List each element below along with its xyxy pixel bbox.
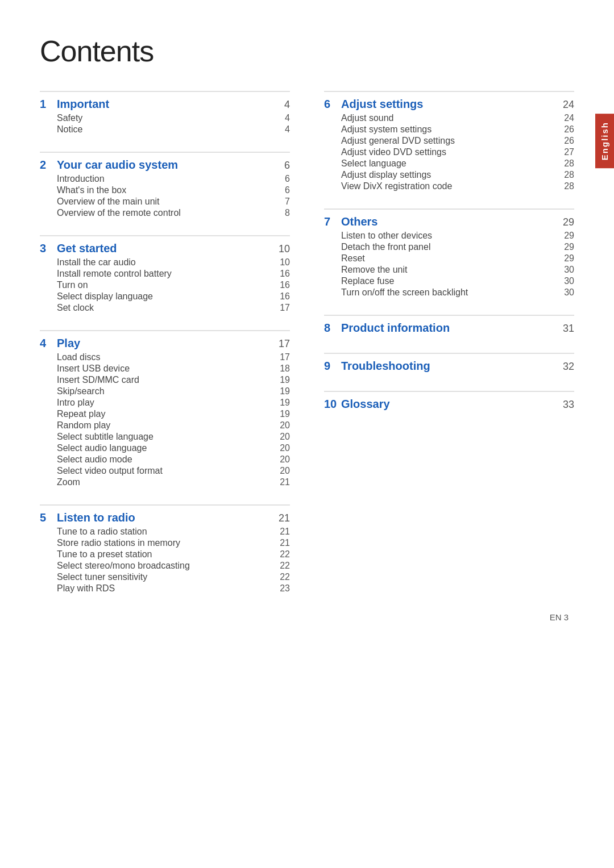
section-page: 32 <box>557 361 574 373</box>
subsection-row: Random play20 <box>40 420 290 431</box>
subsection-title: Set clock <box>57 303 273 313</box>
subsection-row: Notice4 <box>40 124 290 135</box>
section-header-9: 9 Troubleshooting32 <box>324 360 574 373</box>
section-number: 10 <box>324 398 341 411</box>
subsection-row: Overview of the main unit7 <box>40 197 290 207</box>
subsection-title: Select stereo/mono broadcasting <box>57 561 273 571</box>
subsection-title: Intro play <box>57 398 273 408</box>
subsection-title: Load discs <box>57 352 273 362</box>
subsection-title: Install the car audio <box>57 257 273 268</box>
subsection-row: Skip/search19 <box>40 386 290 397</box>
subsection-page: 20 <box>273 420 290 431</box>
subsection-title: Random play <box>57 420 273 431</box>
section-title: Get started <box>57 242 273 255</box>
subsection-row: Replace fuse30 <box>324 276 574 286</box>
footer: EN 3 <box>550 612 569 622</box>
section-number: 5 <box>40 511 57 524</box>
section-title: Your car audio system <box>57 158 273 172</box>
subsection-title: Reset <box>341 253 557 264</box>
subsection-title: Adjust sound <box>341 113 557 123</box>
subsection-row: Select language28 <box>324 158 574 169</box>
section-header-4: 4 Play17 <box>40 337 290 350</box>
subsection-title: Insert USB device <box>57 364 273 374</box>
section-title: Important <box>57 98 273 111</box>
subsection-page: 29 <box>557 231 574 241</box>
subsection-title: Adjust video DVD settings <box>341 147 557 157</box>
subsection-page: 4 <box>273 124 290 135</box>
subsection-row: Adjust display settings28 <box>324 170 574 180</box>
subsection-page: 20 <box>273 443 290 453</box>
subsection-page: 6 <box>273 185 290 195</box>
subsection-title: Adjust display settings <box>341 170 557 180</box>
section-number: 7 <box>324 215 341 228</box>
subsection-row: Select display language16 <box>40 291 290 302</box>
section-number: 9 <box>324 360 341 373</box>
section-header-10: 10 Glossary33 <box>324 398 574 411</box>
subsection-row: Adjust system settings26 <box>324 124 574 135</box>
section-header-1: 1 Important4 <box>40 98 290 111</box>
subsection-title: Remove the unit <box>341 265 557 275</box>
subsection-title: Select subtitle language <box>57 432 273 442</box>
subsection-page: 19 <box>273 386 290 397</box>
subsection-page: 17 <box>273 352 290 362</box>
subsection-title: Turn on/off the screen backlight <box>341 287 557 298</box>
subsection-page: 20 <box>273 432 290 442</box>
subsection-title: Select audio language <box>57 443 273 453</box>
subsection-page: 20 <box>273 454 290 465</box>
toc-section-5: 5 Listen to radio21Tune to a radio stati… <box>40 504 290 605</box>
subsection-row: Select video output format20 <box>40 466 290 476</box>
section-title: Troubleshooting <box>341 360 557 373</box>
subsection-page: 21 <box>273 477 290 487</box>
subsection-title: Listen to other devices <box>341 231 557 241</box>
subsection-row: Reset29 <box>324 253 574 264</box>
subsection-page: 8 <box>273 208 290 218</box>
section-page: 33 <box>557 399 574 411</box>
toc-section-6: 6 Adjust settings24Adjust sound24Adjust … <box>324 91 574 203</box>
section-number: 4 <box>40 337 57 350</box>
subsection-page: 10 <box>273 257 290 268</box>
subsection-page: 4 <box>273 113 290 123</box>
language-tab: English <box>595 114 614 168</box>
section-page: 4 <box>273 99 290 111</box>
toc-section-2: 2 Your car audio system6Introduction6Wha… <box>40 152 290 229</box>
section-page: 29 <box>557 216 574 228</box>
subsection-row: Adjust video DVD settings27 <box>324 147 574 157</box>
subsection-title: Introduction <box>57 174 273 184</box>
subsection-title: What's in the box <box>57 185 273 195</box>
subsection-title: Detach the front panel <box>341 242 557 252</box>
section-number: 1 <box>40 98 57 111</box>
section-header-7: 7 Others29 <box>324 215 574 228</box>
subsection-page: 18 <box>273 364 290 374</box>
section-header-6: 6 Adjust settings24 <box>324 98 574 111</box>
section-number: 6 <box>324 98 341 111</box>
subsection-page: 26 <box>557 136 574 146</box>
subsection-title: Skip/search <box>57 386 273 397</box>
section-number: 8 <box>324 322 341 335</box>
subsection-page: 7 <box>273 197 290 207</box>
subsection-title: Install remote control battery <box>57 269 273 279</box>
subsection-title: Tune to a preset station <box>57 549 273 560</box>
subsection-page: 29 <box>557 242 574 252</box>
subsection-page: 27 <box>557 147 574 157</box>
section-title: Others <box>341 215 557 228</box>
section-number: 2 <box>40 158 57 172</box>
subsection-row: Load discs17 <box>40 352 290 362</box>
section-page: 31 <box>557 323 574 335</box>
subsection-page: 24 <box>557 113 574 123</box>
subsection-row: Turn on16 <box>40 280 290 290</box>
toc-section-8: 8 Product information31 <box>324 315 574 347</box>
subsection-row: View DivX registration code28 <box>324 181 574 191</box>
subsection-page: 30 <box>557 276 574 286</box>
subsection-title: View DivX registration code <box>341 181 557 191</box>
section-title: Play <box>57 337 273 350</box>
toc-section-9: 9 Troubleshooting32 <box>324 353 574 385</box>
section-header-5: 5 Listen to radio21 <box>40 511 290 524</box>
subsection-row: Turn on/off the screen backlight30 <box>324 287 574 298</box>
page-container: English Contents 1 Important4Safety4Noti… <box>0 0 614 645</box>
subsection-page: 16 <box>273 291 290 302</box>
subsection-page: 19 <box>273 409 290 419</box>
subsection-row: Select subtitle language20 <box>40 432 290 442</box>
section-header-3: 3 Get started10 <box>40 242 290 255</box>
toc-section-4: 4 Play17Load discs17Insert USB device18I… <box>40 330 290 499</box>
subsection-row: Select stereo/mono broadcasting22 <box>40 561 290 571</box>
